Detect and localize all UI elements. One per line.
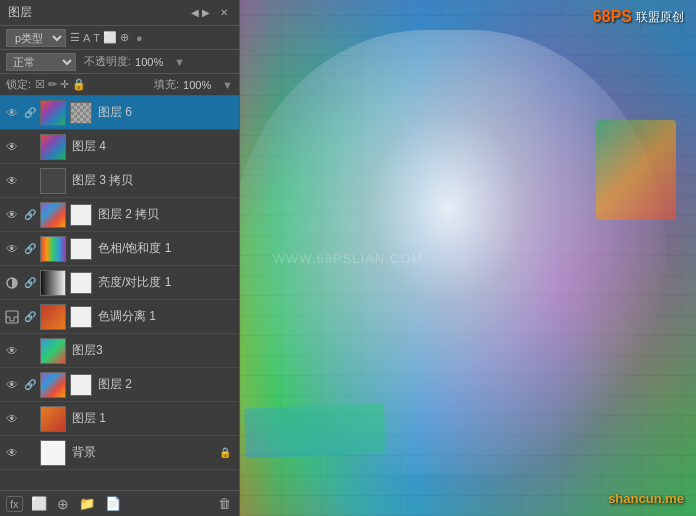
layer-name: 亮度/对比度 1 (95, 274, 235, 291)
panel-title: 图层 (8, 4, 32, 21)
lock-icons: ☒ ✏ ✛ 🔒 (35, 78, 86, 91)
layer-visibility-eye[interactable]: 👁 (4, 377, 20, 393)
layer-visibility-eye[interactable] (4, 275, 20, 291)
layer-name: 图层3 (69, 342, 235, 359)
add-group-btn[interactable]: 📁 (77, 494, 97, 513)
layer-item[interactable]: 👁 图层3 (0, 334, 239, 368)
filter-toggle[interactable]: ● (136, 32, 143, 44)
layer-mask-thumbnail (70, 102, 92, 124)
panel-collapse-btn[interactable]: ◀ ▶ (188, 6, 213, 19)
layer-item[interactable]: 👁 🔗 图层 2 (0, 368, 239, 402)
layer-link-icon (23, 446, 37, 460)
filter-icon-1[interactable]: ☰ (70, 31, 80, 44)
layer-visibility-eye[interactable]: 👁 (4, 411, 20, 427)
lock-row: 锁定: ☒ ✏ ✛ 🔒 填充: 100% ▼ (0, 74, 239, 96)
layer-item[interactable]: 👁 🔗 色相/饱和度 1 (0, 232, 239, 266)
add-adjustment-btn[interactable]: ⊕ (55, 494, 71, 514)
background-lock-icon: 🔒 (219, 447, 231, 458)
layer-visibility-eye[interactable]: 👁 (4, 241, 20, 257)
logo-subtitle: 联盟原创 (636, 9, 684, 26)
layer-link-icon[interactable]: 🔗 (23, 276, 37, 290)
layer-mask-thumbnail (70, 374, 92, 396)
layer-link-icon[interactable]: 🔗 (23, 208, 37, 222)
lock-label: 锁定: (6, 77, 31, 92)
fill-arrow[interactable]: ▼ (222, 79, 233, 91)
delete-layer-btn[interactable]: 🗑 (216, 494, 233, 513)
layer-name: 图层 4 (69, 138, 235, 155)
layer-thumbnail (40, 406, 66, 432)
app-window: 68PS 联盟原创 WWW.68PSLIAN.COM shancun.me 图层… (0, 0, 696, 516)
layer-thumbnail (40, 372, 66, 398)
fill-label: 填充: (154, 77, 179, 92)
add-layer-style-btn[interactable]: fx (6, 496, 23, 512)
layer-thumbnail (40, 304, 66, 330)
layer-thumbnail (40, 236, 66, 262)
layer-name: 图层 3 拷贝 (69, 172, 235, 189)
blend-mode-select[interactable]: 正常 (6, 53, 76, 71)
layer-link-icon[interactable]: 🔗 (23, 106, 37, 120)
layer-mask-thumbnail (70, 306, 92, 328)
layer-visibility-eye[interactable]: 👁 (4, 139, 20, 155)
layer-thumbnail (40, 168, 66, 194)
layer-visibility-eye[interactable]: 👁 (4, 445, 20, 461)
add-mask-btn[interactable]: ⬜ (29, 494, 49, 513)
filter-icon-3[interactable]: T (93, 32, 100, 44)
layer-thumbnail (40, 270, 66, 296)
panel-controls: ◀ ▶ ✕ (188, 6, 231, 19)
layer-name: 图层 2 (95, 376, 235, 393)
layer-visibility-eye[interactable]: 👁 (4, 207, 20, 223)
layer-name: 图层 1 (69, 410, 235, 427)
lock-position-icon[interactable]: ✛ (60, 78, 69, 91)
layers-panel: 图层 ◀ ▶ ✕ p类型 ☰ A T ⬜ ⊕ ● 正常 (0, 0, 240, 516)
layer-link-icon (23, 140, 37, 154)
layer-name: 色调分离 1 (95, 308, 235, 325)
logo-area: 68PS 联盟原创 (593, 8, 684, 26)
layer-item[interactable]: 🔗 亮度/对比度 1 (0, 266, 239, 300)
lock-paint-icon[interactable]: ✏ (48, 78, 57, 91)
lock-all-icon[interactable]: 🔒 (72, 78, 86, 91)
layer-thumbnail (40, 202, 66, 228)
panel-close-btn[interactable]: ✕ (217, 6, 231, 19)
panel-header: 图层 ◀ ▶ ✕ (0, 0, 239, 26)
layer-mask-thumbnail (70, 204, 92, 226)
layer-item[interactable]: 👁 🔗 图层 6 (0, 96, 239, 130)
bottom-watermark: shancun.me (608, 491, 684, 506)
opacity-value: 100% (135, 56, 170, 68)
filter-icon-5[interactable]: ⊕ (120, 31, 129, 44)
layer-item[interactable]: 👁 图层 1 (0, 402, 239, 436)
layer-visibility-eye[interactable] (4, 309, 20, 325)
layer-item[interactable]: 👁 图层 3 拷贝 (0, 164, 239, 198)
layer-name: 色相/饱和度 1 (95, 240, 235, 257)
new-layer-btn[interactable]: 📄 (103, 494, 123, 513)
blend-mode-row: 正常 不透明度: 100% ▼ (0, 50, 239, 74)
layer-item[interactable]: 👁 🔗 图层 2 拷贝 (0, 198, 239, 232)
layer-visibility-eye[interactable]: 👁 (4, 105, 20, 121)
layer-item[interactable]: 🔗 色调分离 1 (0, 300, 239, 334)
opacity-label: 不透明度: (84, 54, 131, 69)
layer-type-dropdown[interactable]: p类型 (6, 29, 66, 47)
layer-item[interactable]: 👁 图层 4 (0, 130, 239, 164)
layer-link-icon (23, 344, 37, 358)
filter-icon-4[interactable]: ⬜ (103, 31, 117, 44)
layer-thumbnail (40, 100, 66, 126)
layer-visibility-eye[interactable]: 👁 (4, 343, 20, 359)
layer-link-icon[interactable]: 🔗 (23, 242, 37, 256)
logo-68ps: 68PS (593, 8, 632, 26)
opacity-arrow[interactable]: ▼ (174, 56, 185, 68)
layer-mask-thumbnail (70, 238, 92, 260)
panel-footer: fx ⬜ ⊕ 📁 📄 🗑 (0, 490, 239, 516)
layer-link-icon[interactable]: 🔗 (23, 310, 37, 324)
layer-link-icon[interactable]: 🔗 (23, 378, 37, 392)
layer-mask-thumbnail (70, 272, 92, 294)
layer-link-icon (23, 174, 37, 188)
layers-list[interactable]: 👁 🔗 图层 6 👁 图层 4 👁 图层 3 拷贝 (0, 96, 239, 490)
search-row: p类型 ☰ A T ⬜ ⊕ ● (0, 26, 239, 50)
layer-item-background[interactable]: 👁 背景 🔒 (0, 436, 239, 470)
layer-visibility-eye[interactable]: 👁 (4, 173, 20, 189)
lock-transparent-icon[interactable]: ☒ (35, 78, 45, 91)
layer-name: 图层 2 拷贝 (95, 206, 235, 223)
layer-name: 背景 (69, 444, 216, 461)
layer-name: 图层 6 (95, 104, 235, 121)
search-icons: ☰ A T ⬜ ⊕ ● (70, 31, 143, 44)
filter-icon-2[interactable]: A (83, 32, 90, 44)
